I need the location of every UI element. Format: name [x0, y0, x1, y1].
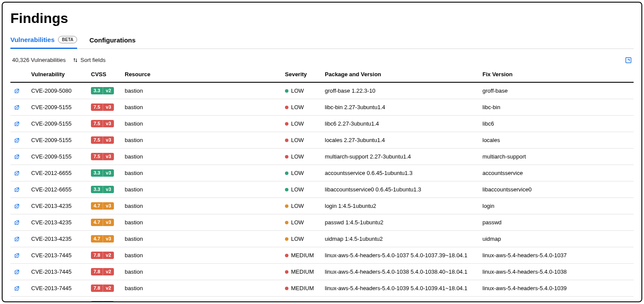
cell-severity: MEDIUM	[282, 264, 321, 280]
cvss-score: 4.7	[91, 202, 103, 210]
cell-fix: accountsservice	[479, 165, 634, 181]
severity-dot-icon	[285, 155, 288, 158]
external-link-icon[interactable]	[14, 187, 20, 193]
expand-icon[interactable]	[625, 57, 632, 64]
table-row[interactable]: CVE-2009-50803.3v2bastionLOWgroff-base 1…	[10, 82, 634, 99]
cell-severity: LOW	[282, 214, 321, 231]
table-row[interactable]: CVE-2009-51557.5v3bastionLOWlibc6 2.27-3…	[10, 116, 634, 132]
cvss-version: v3	[103, 169, 113, 177]
external-link-icon[interactable]	[14, 88, 20, 94]
beta-badge: BETA	[58, 36, 77, 43]
cell-package: linux-aws-5.4-headers-5.4.0-1037 5.4.0-1…	[321, 247, 479, 264]
severity-label: LOW	[291, 120, 304, 127]
external-link-icon[interactable]	[14, 137, 20, 143]
cell-fix: multiarch-support	[479, 149, 634, 165]
table-row[interactable]: CVE-2013-42354.7v3bastionLOWlogin 1:4.5-…	[10, 198, 634, 214]
cvss-score: 7.5	[91, 120, 103, 127]
table-row[interactable]: CVE-2009-51557.5v3bastionLOWlibc-bin 2.2…	[10, 99, 634, 116]
cell-cvss: 7.5v3	[87, 116, 121, 132]
cell-cvss: 7.8v2	[87, 264, 121, 280]
cvss-badge: 4.7v3	[91, 202, 114, 210]
cvss-score: 7.5	[91, 136, 103, 144]
table-row[interactable]: CVE-2012-66553.3v3bastionLOWaccountsserv…	[10, 165, 634, 181]
severity-dot-icon	[285, 254, 288, 257]
cell-vulnerability: CVE-2012-6655	[28, 165, 87, 181]
col-severity[interactable]: Severity	[282, 68, 321, 82]
table-row[interactable]: CVE-2013-42354.7v3bastionLOWpasswd 1:4.5…	[10, 214, 634, 231]
cvss-badge: 4.7v3	[91, 235, 114, 243]
cvss-version: v3	[103, 202, 113, 210]
cell-fix: passwd	[479, 214, 634, 231]
table-header-row: Vulnerability CVSS Resource Severity Pac…	[10, 68, 634, 82]
severity-dot-icon	[285, 139, 288, 142]
table-row[interactable]: CVE-2012-66553.3v3bastionLOWlibaccountss…	[10, 181, 634, 198]
severity-label: MEDIUM	[291, 285, 314, 291]
cvss-badge: 4.7v3	[91, 219, 114, 226]
table-row[interactable]: CVE-2013-42354.7v3bastionLOWuidmap 1:4.5…	[10, 231, 634, 247]
cell-cvss: 4.7v3	[87, 231, 121, 247]
col-vulnerability[interactable]: Vulnerability	[28, 68, 87, 82]
severity-label: LOW	[291, 203, 304, 209]
cell-severity: MEDIUM	[282, 247, 321, 264]
cell-package: libaccountsservice0 0.6.45-1ubuntu1.3	[321, 181, 479, 198]
cell-fix: linux-aws-5.4-headers-5.4.0-1037	[479, 247, 634, 264]
table-row[interactable]: CVE-2013-74457.8v2bastionMEDIUMlinux-aws…	[10, 280, 634, 297]
cell-vulnerability: CVE-2013-4235	[28, 214, 87, 231]
cell-cvss: 3.3v3	[87, 165, 121, 181]
cell-severity: LOW	[282, 116, 321, 132]
external-link-icon[interactable]	[14, 252, 20, 259]
cell-severity: MEDIUM	[282, 297, 321, 303]
tab-vulnerabilities-label: Vulnerabilities	[10, 36, 55, 43]
col-expand	[10, 68, 28, 82]
cvss-score: 7.8	[91, 252, 103, 259]
cvss-version: v2	[103, 87, 113, 94]
cell-resource: bastion	[121, 198, 282, 214]
severity-label: LOW	[291, 104, 304, 110]
col-fix[interactable]: Fix Version	[479, 68, 634, 82]
col-package[interactable]: Package and Version	[321, 68, 479, 82]
cell-cvss: 4.7v3	[87, 214, 121, 231]
table-row[interactable]: CVE-2013-74457.8v2bastionMEDIUMlinux-aws…	[10, 247, 634, 264]
table-row[interactable]: CVE-2013-74457.8v2bastionMEDIUMlinux-aws…	[10, 264, 634, 280]
cvss-badge: 7.5v3	[91, 120, 114, 127]
cell-resource: bastion	[121, 181, 282, 198]
table-row[interactable]: CVE-2013-74457.8v2bastionMEDIUMlinux-aws…	[10, 297, 634, 303]
external-link-icon[interactable]	[14, 203, 20, 209]
cell-cvss: 7.5v3	[87, 99, 121, 116]
cvss-score: 4.7	[91, 235, 103, 243]
cvss-score: 3.3	[91, 87, 103, 94]
tab-configurations[interactable]: Configurations	[89, 36, 136, 48]
cell-vulnerability: CVE-2012-6655	[28, 181, 87, 198]
cell-fix: linux-aws-5.4-headers-5.4.0-1038	[479, 264, 634, 280]
col-cvss[interactable]: CVSS	[87, 68, 121, 82]
external-link-icon[interactable]	[14, 236, 20, 242]
cell-resource: bastion	[121, 116, 282, 132]
external-link-icon[interactable]	[14, 154, 20, 160]
tab-configurations-label: Configurations	[89, 36, 136, 44]
sort-fields-button[interactable]: Sort fields	[73, 57, 106, 63]
external-link-icon[interactable]	[14, 269, 20, 275]
cvss-version: v2	[103, 268, 113, 275]
col-resource[interactable]: Resource	[121, 68, 282, 82]
table-row[interactable]: CVE-2009-51557.5v3bastionLOWmultiarch-su…	[10, 149, 634, 165]
severity-dot-icon	[285, 287, 288, 290]
severity-dot-icon	[285, 106, 288, 109]
external-link-icon[interactable]	[14, 220, 20, 226]
external-link-icon[interactable]	[14, 121, 20, 127]
external-link-icon[interactable]	[14, 170, 20, 176]
findings-table: Vulnerability CVSS Resource Severity Pac…	[10, 68, 634, 302]
tab-vulnerabilities[interactable]: Vulnerabilities BETA	[10, 36, 77, 49]
cell-severity: MEDIUM	[282, 280, 321, 297]
table-row[interactable]: CVE-2009-51557.5v3bastionLOWlocales 2.27…	[10, 132, 634, 149]
severity-dot-icon	[285, 171, 288, 175]
cell-fix: libc-bin	[479, 99, 634, 116]
cell-package: libc6 2.27-3ubuntu1.4	[321, 116, 479, 132]
cell-severity: LOW	[282, 99, 321, 116]
external-link-icon[interactable]	[14, 285, 20, 291]
cell-resource: bastion	[121, 214, 282, 231]
cell-cvss: 7.8v2	[87, 280, 121, 297]
external-link-icon[interactable]	[14, 302, 20, 302]
cvss-version: v2	[103, 285, 113, 292]
external-link-icon[interactable]	[14, 104, 20, 110]
cell-fix: locales	[479, 132, 634, 149]
